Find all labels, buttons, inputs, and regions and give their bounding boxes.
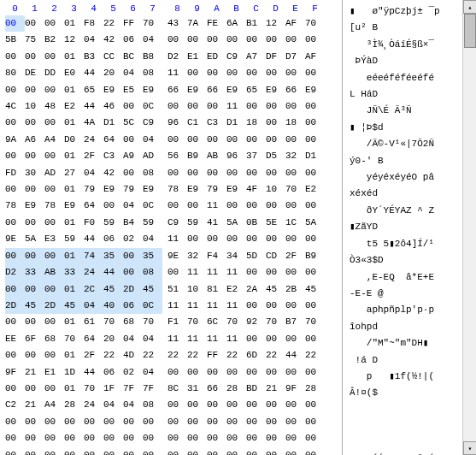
hex-byte[interactable]: 00 [285,414,305,430]
hex-byte[interactable]: 96 [167,115,187,131]
hex-byte[interactable]: 1C [285,215,305,231]
hex-byte[interactable]: E9 [143,82,162,98]
hex-byte[interactable]: 04 [123,397,143,413]
hex-row[interactable]: 0000000179E979E978E979E94F1070E2 [5,181,337,198]
hex-byte[interactable]: 00 [226,447,246,455]
hex-byte[interactable]: 22 [143,347,162,363]
hex-byte[interactable]: 00 [187,165,207,181]
ascii-row[interactable]: îohpd [350,319,469,335]
hex-byte[interactable]: 00 [285,198,305,214]
hex-byte[interactable]: 66 [207,381,226,397]
hex-byte[interactable]: 00 [25,248,44,264]
hex-byte[interactable]: 02 [123,231,143,247]
hex-byte[interactable]: F1 [167,314,187,330]
hex-byte[interactable]: 00 [226,231,246,247]
vertical-scrollbar[interactable]: ▴ ▾ [462,0,476,455]
hex-row[interactable]: 00000001F822FF70437AFE6AB112AF70 [5,15,337,32]
hex-byte[interactable]: 2D [123,281,143,298]
hex-row[interactable]: 78E978E96400040C0000110000000000 [5,198,337,214]
hex-byte[interactable]: 04 [103,397,123,413]
hex-byte[interactable]: 70 [103,314,123,330]
hex-byte[interactable]: 00 [246,65,266,81]
hex-byte[interactable]: 00 [143,447,162,455]
hex-byte[interactable]: 70 [84,381,103,397]
hex-byte[interactable]: 00 [44,49,64,65]
hex-byte[interactable]: 00 [44,281,64,298]
hex-byte[interactable]: E9 [226,82,246,98]
hex-byte[interactable]: 00 [25,148,44,164]
hex-byte[interactable]: 44 [84,231,103,247]
hex-byte[interactable]: 00 [285,298,305,314]
hex-byte[interactable]: 06 [123,298,143,314]
hex-byte[interactable]: B7 [285,314,305,330]
hex-byte[interactable]: 00 [207,447,226,455]
hex-byte[interactable]: AD [143,148,162,164]
hex-byte[interactable]: 6D [246,347,266,363]
hex-byte[interactable]: 00 [167,98,187,115]
hex-byte[interactable]: 79 [84,181,103,198]
hex-byte[interactable]: 11 [187,331,207,347]
hex-byte[interactable]: 00 [266,298,285,314]
hex-byte[interactable]: 00 [226,364,246,381]
hex-byte[interactable]: 2D [44,298,64,314]
hex-byte[interactable]: 00 [44,414,64,430]
hex-byte[interactable]: FD [5,165,25,181]
hex-byte[interactable]: F4 [207,248,226,264]
ascii-row[interactable]: ,E-EQ â*E+E [350,269,469,286]
hex-byte[interactable]: 00 [226,65,246,81]
hex-byte[interactable]: 01 [64,49,84,65]
hex-row[interactable]: 00000001F059B459C959415A0B5E1C5A [5,215,337,231]
hex-byte[interactable]: 75 [25,32,44,48]
ascii-row[interactable]: eéeéféféeéfé [350,70,469,86]
hex-byte[interactable]: E5 [123,82,143,98]
hex-byte[interactable]: B1 [246,15,266,32]
ascii-row[interactable]: Â!¤($ [350,385,469,401]
hex-byte[interactable]: 00 [84,414,103,430]
hex-byte[interactable]: 0C [143,98,162,115]
hex-byte[interactable]: B9 [187,148,207,164]
hex-byte[interactable]: 00 [5,314,25,330]
hex-byte[interactable]: 00 [123,165,143,181]
hex-byte[interactable]: 00 [103,447,123,455]
hex-byte[interactable]: 00 [207,65,226,81]
hex-byte[interactable]: 00 [285,132,305,148]
hex-byte[interactable]: 01 [64,215,84,231]
hex-byte[interactable]: 5A [305,215,325,231]
hex-byte[interactable]: 06 [103,364,123,381]
hex-byte[interactable]: 00 [84,430,103,446]
hex-byte[interactable]: B9 [305,248,325,264]
hex-byte[interactable]: 20 [103,331,123,347]
hex-row[interactable]: 00000001B3CCBCB8D2E1EDC9A7DFD7AF [5,49,337,65]
hex-byte[interactable]: 00 [5,148,25,164]
hex-byte[interactable]: AB [207,148,226,164]
hex-byte[interactable]: 00 [5,347,25,363]
ascii-row[interactable]: ▮ ø"ÿpCzþj± ¯p [350,3,469,20]
hex-byte[interactable]: 33 [64,264,84,281]
hex-byte[interactable]: 42 [103,32,123,48]
hex-byte[interactable]: 10 [266,181,285,198]
hex-byte[interactable]: E9 [64,198,84,214]
hex-byte[interactable]: E9 [187,82,207,98]
hex-byte[interactable]: BD [246,381,266,397]
hex-byte[interactable]: 01 [64,115,84,131]
hex-byte[interactable]: 00 [5,82,25,98]
ascii-row[interactable]: -E-E @ [350,286,469,302]
hex-byte[interactable]: 00 [207,132,226,148]
hex-byte[interactable]: 32 [187,248,207,264]
hex-byte[interactable]: 11 [207,264,226,281]
hex-byte[interactable]: E2 [305,181,325,198]
hex-byte[interactable]: 10 [187,281,207,298]
hex-byte[interactable]: 00 [285,165,305,181]
hex-row[interactable]: EE6F6870642004041111111100000000 [5,331,337,347]
hex-byte[interactable]: 66 [167,82,187,98]
hex-byte[interactable]: 00 [123,414,143,430]
hex-byte[interactable]: 70 [187,314,207,330]
hex-byte[interactable]: 0C [143,198,162,214]
hex-byte[interactable]: 00 [285,98,305,115]
hex-byte[interactable]: DF [266,49,285,65]
hex-byte[interactable]: 01 [64,281,84,298]
ascii-row[interactable]: L HáD [350,86,469,103]
hex-byte[interactable]: 5E [266,215,285,231]
hex-byte[interactable]: D7 [285,49,305,65]
hex-byte[interactable]: 68 [123,314,143,330]
